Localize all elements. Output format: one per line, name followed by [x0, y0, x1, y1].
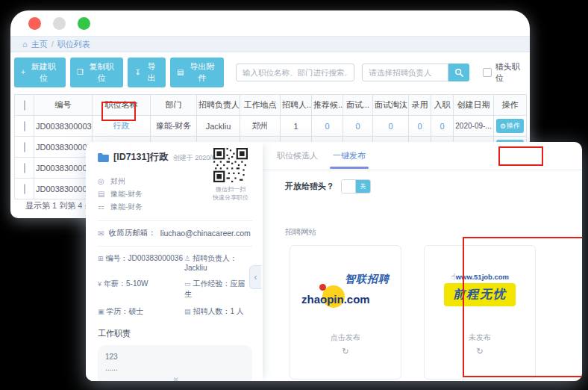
table-row: JD00383000036 行政 豫能-财务 Jackliu 郑州 1 0 0 …: [15, 116, 527, 137]
field-id: ⊞编号：JD00383000036: [98, 253, 184, 272]
hand-pointer-icon: ☝: [451, 272, 456, 281]
breadcrumb: ⌂ 主页 / 职位列表: [10, 36, 530, 52]
interview-count-link[interactable]: 0: [355, 122, 360, 131]
toggle-off-state: 关: [356, 180, 370, 193]
recruiting-sites-title: 招聘网站: [285, 227, 582, 238]
collapse-chevron-icon: ‹: [254, 272, 257, 282]
headhunter-checkbox-label: 猎头职位: [495, 61, 526, 84]
breadcrumb-home-link[interactable]: 主页: [31, 39, 48, 50]
site-card-zhaopin[interactable]: 智联招聘 zhaopin.com 点击发布 ↻: [290, 245, 401, 380]
divider: [98, 220, 252, 221]
detail-location: 郑州: [110, 176, 125, 187]
col-header-recruiter: 招聘负责人: [197, 95, 240, 116]
home-icon: ⌂: [22, 40, 28, 49]
detail-department: 豫能-财务: [110, 189, 143, 199]
qr-code: [213, 148, 248, 182]
select-all-checkbox[interactable]: [24, 100, 25, 111]
position-id: JD00383000036: [36, 122, 93, 131]
zhaopin-red-dot-icon: [319, 284, 326, 291]
close-dot[interactable]: [28, 17, 41, 30]
col-header-dept: 部门: [151, 95, 197, 116]
refresh-icon[interactable]: ↻: [476, 347, 483, 356]
row-checkbox[interactable]: [24, 121, 25, 131]
collapse-panel-handle[interactable]: ‹: [249, 265, 261, 289]
department-icon: ▤: [98, 190, 106, 198]
hired-count-link[interactable]: 0: [417, 122, 422, 131]
resume-email-label: 收简历邮箱：: [109, 228, 156, 238]
zhaopin-logo: 智联招聘 zhaopin.com: [301, 273, 390, 306]
qr-caption-line1: 微信扫一扫: [207, 185, 254, 194]
position-search-input[interactable]: [236, 64, 354, 81]
row-checkbox[interactable]: [24, 142, 25, 152]
toolbar: + 新建职位 ❐ 复制职位 ↧ 导出 ▤ 导出附件 猎头职: [10, 52, 530, 87]
field-headcount: ▤招聘人数：1 人: [184, 306, 252, 317]
headcount-cell: 1: [293, 122, 298, 131]
active-tab-underline: [330, 167, 369, 169]
zhaopin-cn-text: 智联招聘: [345, 273, 390, 286]
headhunter-toggle-label: 开放给猎头？: [285, 181, 334, 192]
expand-chevron-icon[interactable]: »: [169, 377, 181, 381]
51job-publish-status: 未发布: [469, 332, 491, 343]
refresh-icon[interactable]: ↻: [342, 347, 348, 356]
51job-cn-text: 前程无忧: [444, 283, 516, 306]
breadcrumb-current: 职位列表: [57, 39, 90, 50]
recommend-count-link[interactable]: 0: [325, 122, 329, 131]
recruiter-cell: Jackliu: [206, 122, 231, 131]
tab-candidates[interactable]: 职位候选人: [275, 142, 319, 170]
position-title: [ID7131]行政: [113, 151, 169, 164]
duties-content-card: 123 ...... »: [98, 345, 252, 381]
51job-logo: ☝www.51job.com 前程无忧: [444, 272, 516, 306]
position-detail-panel: [ID7131]行政 创建于 2020/09: [86, 142, 263, 381]
col-header-id: 编号: [34, 95, 93, 116]
mail-icon: ✉: [98, 229, 104, 238]
duties-line2: ......: [105, 362, 245, 374]
51job-url-text: www.51job.com: [456, 273, 509, 281]
export-attachments-button[interactable]: ▤ 导出附件: [170, 58, 224, 87]
location-cell: 郑州: [252, 121, 269, 130]
department-cell: 豫能-财务: [156, 121, 192, 130]
row-checkbox[interactable]: [24, 163, 25, 173]
copy-position-button[interactable]: ❐ 复制职位: [70, 58, 124, 87]
position-id: JD00383000035: [36, 143, 93, 152]
tab-one-click-publish[interactable]: 一键发布: [331, 142, 367, 170]
eliminated-count-link[interactable]: 0: [388, 122, 392, 131]
export-button[interactable]: ↧ 导出: [128, 58, 165, 87]
created-date: 2020-09-...: [455, 122, 491, 130]
minimize-dot[interactable]: [53, 17, 66, 30]
maximize-dot[interactable]: [78, 17, 90, 30]
search-icon: [454, 68, 464, 78]
share-qr-block: 微信扫一扫 快速分享职位: [207, 148, 254, 202]
headhunter-toggle[interactable]: 关: [341, 179, 371, 194]
position-detail-modal: [ID7131]行政 创建于 2020/09: [86, 142, 582, 381]
toggle-knob: [342, 180, 356, 193]
export-icon: ↧: [134, 69, 140, 76]
detail-org: 豫能-财务: [110, 202, 143, 212]
new-position-button[interactable]: + 新建职位: [14, 58, 66, 87]
recruiter-select-input[interactable]: [362, 64, 448, 81]
modal-tabs: 职位候选人 一键发布: [263, 142, 582, 170]
col-header-hired: 录用: [409, 95, 431, 116]
table-header-row: 编号 职位名称 部门 招聘负责人 工作地点 招聘人... 推荐候... 面试..…: [15, 95, 527, 116]
qr-caption-line2: 快速分享职位: [207, 194, 254, 202]
onboard-count-link[interactable]: 0: [440, 122, 444, 131]
position-name-link[interactable]: 行政: [113, 121, 130, 130]
window-titlebar: [10, 10, 530, 36]
site-card-51job[interactable]: ☝www.51job.com 前程无忧 未发布 ↻: [424, 245, 536, 380]
education-icon: ▣: [98, 308, 104, 315]
publish-panel: 职位候选人 一键发布 开放给猎头？ 关 招聘网站: [263, 142, 582, 381]
col-header-interview: 面试...: [343, 95, 373, 116]
search-button[interactable]: [448, 64, 469, 81]
col-header-headcount: 招聘人...: [281, 95, 312, 116]
plus-icon: +: [21, 69, 25, 76]
col-header-eliminated: 面试淘汰: [373, 95, 409, 116]
field-education: ▣学历：硕士: [98, 306, 184, 317]
location-pin-icon: ◎: [98, 177, 106, 185]
row-checkbox[interactable]: [24, 184, 25, 194]
col-header-name: 职位名称: [93, 95, 151, 116]
headhunter-checkbox[interactable]: [483, 68, 491, 77]
duties-section-title: 工作职责: [98, 328, 252, 339]
row-actions-button[interactable]: ⚙操作: [496, 119, 524, 133]
copy-icon: ❐: [77, 69, 84, 76]
file-icon: ▤: [177, 69, 184, 76]
col-header-onboard: 入职: [431, 95, 454, 116]
